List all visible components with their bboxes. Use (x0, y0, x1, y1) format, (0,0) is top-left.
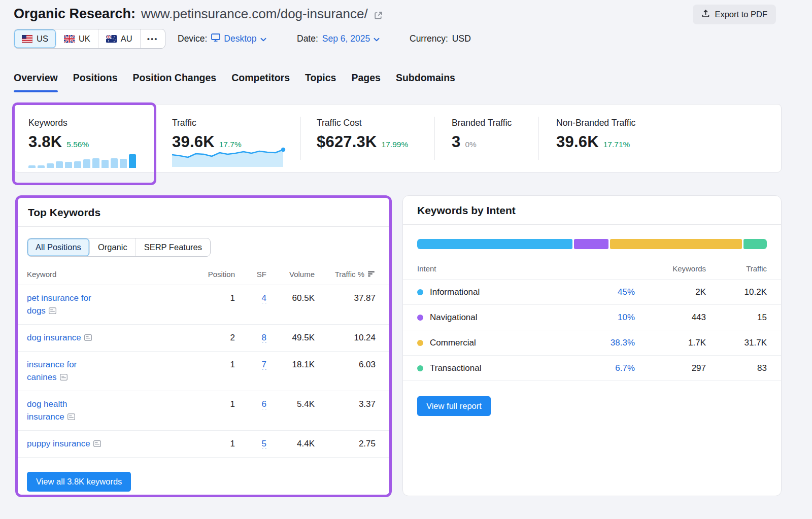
tab-pages[interactable]: Pages (351, 72, 380, 92)
top-keywords-title: Top Keywords (28, 206, 389, 219)
external-link-icon[interactable] (374, 11, 383, 20)
intent-row: Navigational10%44315 (403, 305, 781, 330)
intent-distribution-bar (417, 239, 767, 249)
sf-count-link[interactable]: 7 (262, 360, 266, 370)
divider (403, 224, 781, 225)
intent-label: Navigational (430, 313, 478, 323)
col-position: Position (177, 270, 235, 279)
intent-keywords-value: 443 (635, 311, 706, 324)
filter-tab-organic[interactable]: Organic (90, 238, 136, 256)
traffic-percent-value: 10.24 (315, 331, 376, 344)
serp-features-icon (84, 332, 92, 344)
date-filter[interactable]: Date: Sep 6, 2025 (297, 33, 380, 44)
serp-features-icon (49, 305, 56, 318)
intent-percent-link[interactable]: 6.7% (615, 363, 635, 373)
device-filter[interactable]: Device: Desktop (178, 33, 266, 44)
intent-traffic-value: 31.7K (706, 336, 767, 349)
keyword-link[interactable]: dog health insurance (27, 399, 67, 422)
intent-keywords-value: 297 (635, 362, 706, 374)
intent-label: Commercial (430, 338, 476, 348)
tab-overview[interactable]: Overview (14, 72, 58, 92)
currency-value: USD (452, 33, 471, 44)
export-icon (701, 9, 710, 20)
keywords-trend-chart (28, 153, 136, 168)
intent-dot (417, 365, 423, 371)
metric-change: 5.56% (66, 140, 89, 149)
traffic-percent-value: 37.87 (315, 292, 376, 318)
intent-percent-link[interactable]: 45% (618, 287, 635, 297)
sf-count-link[interactable]: 6 (262, 399, 266, 409)
metric-label: Branded Traffic (452, 118, 512, 128)
sort-descending-icon[interactable] (368, 270, 376, 279)
country-tab-au[interactable]: AU (98, 29, 141, 48)
keywords-by-intent-panel: Keywords by Intent Intent Keywords Traff… (402, 195, 782, 496)
intent-segment-commercial (610, 239, 742, 249)
intent-traffic-value: 15 (706, 311, 767, 324)
metric-value: 39.6K (556, 133, 599, 151)
tab-positions[interactable]: Positions (73, 72, 118, 92)
top-keywords-table-body: pet insurance for dogs1460.5K37.87dog in… (18, 285, 389, 458)
intent-percent-link[interactable]: 38.3% (611, 338, 635, 348)
export-to-pdf-button[interactable]: Export to PDF (693, 5, 776, 24)
intent-table-header: Intent Keywords Traffic (403, 264, 781, 280)
country-tab-uk[interactable]: UK (56, 29, 98, 48)
intent-segment-informational (417, 239, 572, 249)
intent-row: Informational45%2K10.2K (403, 280, 781, 305)
intent-dot (417, 315, 423, 321)
intent-keywords-value: 1.7K (635, 336, 706, 349)
traffic-percent-value: 2.75 (315, 437, 376, 451)
volume-value: 49.5K (266, 331, 315, 344)
intent-dot (417, 289, 423, 295)
intent-segment-navigational (574, 239, 608, 249)
keyword-link[interactable]: pet insurance for dogs (27, 293, 91, 316)
more-countries-button[interactable]: ••• (141, 29, 165, 48)
metric-traffic-cost: Traffic Cost$627.3K17.99% (317, 118, 408, 151)
col-volume: Volume (266, 270, 315, 279)
sf-count-link[interactable]: 8 (262, 333, 266, 343)
positions-filter: All PositionsOrganicSERP Features (27, 238, 211, 257)
col-traffic: Traffic (706, 264, 767, 273)
view-full-report-button[interactable]: View full report (417, 396, 491, 416)
view-all-keywords-button[interactable]: View all 3.8K keywords (27, 472, 131, 492)
tab-topics[interactable]: Topics (305, 72, 336, 92)
intent-label: Transactional (430, 363, 481, 373)
sf-count-link[interactable]: 5 (262, 439, 266, 449)
keyword-link[interactable]: insurance for canines (27, 360, 77, 382)
traffic-percent-value: 3.37 (315, 398, 376, 424)
metric-label: Traffic (172, 118, 242, 128)
tab-position-changes[interactable]: Position Changes (133, 72, 217, 92)
filter-tab-all-positions[interactable]: All Positions (27, 238, 90, 256)
date-label: Date: (297, 33, 318, 44)
metric-branded-traffic: Branded Traffic30% (452, 118, 512, 151)
sf-count-link[interactable]: 4 (262, 293, 266, 303)
position-value: 2 (177, 331, 235, 344)
keyword-link[interactable]: puppy insurance (27, 439, 90, 448)
flag-uk-icon (64, 35, 75, 43)
col-sf: SF (235, 270, 266, 279)
position-value: 1 (177, 398, 235, 424)
country-tab-us[interactable]: US (14, 29, 56, 48)
divider (18, 226, 389, 227)
metric-label: Non-Branded Traffic (556, 118, 635, 128)
tab-subdomains[interactable]: Subdomains (396, 72, 455, 92)
metric-change: 0% (465, 140, 476, 149)
keywords-by-intent-title: Keywords by Intent (417, 204, 781, 217)
device-value: Desktop (224, 33, 256, 44)
keyword-link[interactable]: dog insurance (27, 333, 81, 342)
currency-filter: Currency: USD (410, 33, 471, 44)
country-selector: USUKAU••• (14, 29, 165, 49)
currency-label: Currency: (410, 33, 448, 44)
metrics-card: Keywords3.8K5.56%Traffic39.6K17.7%Traffi… (14, 104, 782, 172)
intent-keywords-value: 2K (635, 286, 706, 298)
col-traffic-pct: Traffic % (335, 270, 364, 279)
keyword-row: puppy insurance154.4K2.75 (18, 431, 389, 458)
filter-tab-serp-features[interactable]: SERP Features (136, 238, 210, 256)
intent-percent-link[interactable]: 10% (618, 313, 635, 322)
tab-competitors[interactable]: Competitors (231, 72, 290, 92)
intent-row: Transactional6.7%29783 (403, 356, 781, 381)
intent-segment-transactional (743, 239, 767, 249)
nav-tabs: OverviewPositionsPosition ChangesCompeti… (14, 72, 455, 92)
col-keyword: Keyword (27, 270, 177, 279)
divider (538, 117, 539, 160)
volume-value: 60.5K (266, 292, 315, 318)
